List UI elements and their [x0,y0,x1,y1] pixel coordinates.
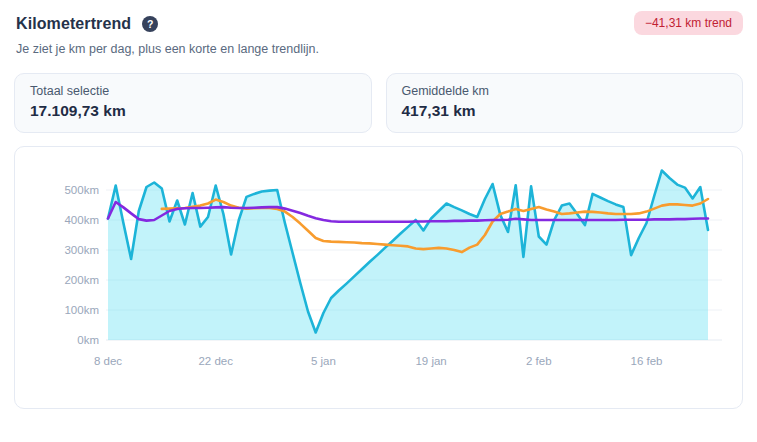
svg-text:300km: 300km [64,244,99,256]
svg-text:2 feb: 2 feb [526,355,552,367]
svg-text:16 feb: 16 feb [631,355,663,367]
help-icon[interactable]: ? [142,16,158,32]
svg-text:500km: 500km [64,184,99,196]
stat-value: 17.109,73 km [30,102,356,120]
svg-text:100km: 100km [64,304,99,316]
stat-value: 417,31 km [402,102,728,120]
svg-text:400km: 400km [64,214,99,226]
stat-label: Gemiddelde km [402,84,728,98]
trend-chart: 0km100km200km300km400km500km8 dec22 dec5… [15,147,742,408]
svg-text:22 dec: 22 dec [198,355,233,367]
page-title: Kilometertrend [16,15,131,33]
svg-text:200km: 200km [64,274,99,286]
svg-text:8 dec: 8 dec [94,355,122,367]
stat-card-gemiddelde-km: Gemiddelde km 417,31 km [386,73,744,133]
chart-panel: 0km100km200km300km400km500km8 dec22 dec5… [14,146,743,409]
header: Kilometertrend ? −41,31 km trend [0,0,757,33]
svg-text:19 jan: 19 jan [415,355,446,367]
stat-card-totaal-selectie: Totaal selectie 17.109,73 km [14,73,372,133]
stats-row: Totaal selectie 17.109,73 km Gemiddelde … [14,73,743,133]
kilometertrend-card: Kilometertrend ? −41,31 km trend Je ziet… [0,0,757,442]
stat-label: Totaal selectie [30,84,356,98]
trend-badge: −41,31 km trend [634,11,743,35]
svg-text:5 jan: 5 jan [311,355,336,367]
svg-text:0km: 0km [77,334,99,346]
subtitle: Je ziet je km per dag, plus een korte en… [16,42,741,56]
